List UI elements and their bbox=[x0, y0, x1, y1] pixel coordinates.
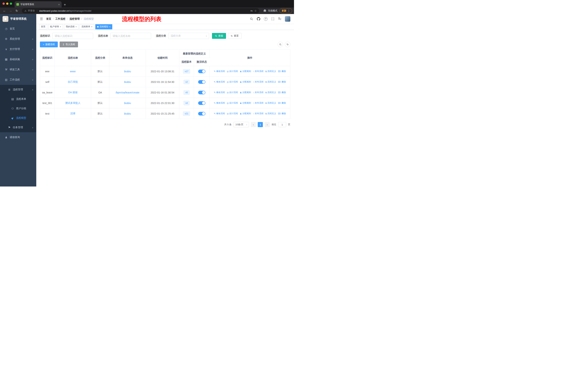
sidebar-item-infrastructure[interactable]: ▦ 基础设施 ∨ bbox=[0, 54, 36, 64]
app-logo[interactable]: 芋道管理系统 bbox=[0, 14, 36, 24]
action-assign-rule[interactable]: ♟分配规则 bbox=[240, 101, 251, 105]
update-button[interactable]: 更新 ⋮ bbox=[280, 8, 292, 13]
goto-page-input[interactable] bbox=[278, 122, 286, 127]
close-icon[interactable]: × bbox=[109, 26, 110, 28]
page-number-button[interactable]: 1 bbox=[258, 122, 263, 127]
sidebar-item-home[interactable]: ◷ 首页 bbox=[0, 24, 36, 34]
refresh-table-button[interactable]: ↻ bbox=[285, 42, 290, 47]
action-design-process[interactable]: ◎设计流程 bbox=[227, 101, 238, 105]
action-publish-process[interactable]: ☝发布流程 bbox=[253, 112, 263, 115]
browser-tab[interactable]: 芋道管理系统 × bbox=[15, 1, 62, 8]
close-icon[interactable]: × bbox=[60, 26, 61, 28]
action-process-definition[interactable]: ⧉流程定义 bbox=[265, 101, 276, 105]
action-assign-rule[interactable]: ♟分配规则 bbox=[240, 112, 251, 115]
action-publish-process[interactable]: ☝发布流程 bbox=[253, 80, 263, 83]
action-process-definition[interactable]: ⧉流程定义 bbox=[265, 91, 276, 94]
process-name-link[interactable]: OA 请假 bbox=[68, 91, 77, 94]
tag-process-model[interactable]: 流程模型 × bbox=[95, 24, 112, 29]
action-design-process[interactable]: ◎设计流程 bbox=[227, 70, 238, 73]
form-info-link[interactable]: biubiu bbox=[124, 102, 131, 105]
forward-icon[interactable]: → bbox=[8, 8, 13, 13]
action-edit-process[interactable]: ✎修改流程 bbox=[214, 91, 225, 94]
page-size-select[interactable]: 10条/页 ∨ bbox=[233, 122, 249, 127]
new-tab-button[interactable]: + bbox=[64, 3, 66, 7]
sidebar-item-process-form[interactable]: ▤ 流程表单 bbox=[0, 94, 36, 104]
key-icon[interactable] bbox=[250, 10, 253, 12]
prev-page-button[interactable]: ‹ bbox=[251, 122, 256, 127]
tag-home[interactable]: 首页 bbox=[39, 24, 47, 29]
process-name-link[interactable]: 自己审批 bbox=[68, 80, 78, 83]
action-edit-process[interactable]: ✎修改流程 bbox=[214, 70, 225, 73]
breadcrumb-item[interactable]: 首页 bbox=[46, 17, 51, 20]
process-key-input[interactable] bbox=[52, 33, 93, 39]
url-bar[interactable]: ⚠ 不安全 dashboard.yudao.iocoder.cn/bpm/man… bbox=[22, 8, 259, 13]
font-size-icon[interactable]: TT bbox=[278, 17, 281, 20]
action-publish-process[interactable]: ☝发布流程 bbox=[253, 101, 263, 105]
sidebar-item-task-management[interactable]: ⚑ 任务管理 ∨ bbox=[0, 123, 36, 132]
action-edit-process[interactable]: ✎修改流程 bbox=[214, 112, 225, 115]
action-design-process[interactable]: ◎设计流程 bbox=[227, 80, 238, 83]
action-process-definition[interactable]: ⧉流程定义 bbox=[265, 70, 276, 73]
action-edit-process[interactable]: ✎修改流程 bbox=[214, 101, 225, 105]
form-info-link[interactable]: biubiu bbox=[124, 81, 131, 83]
search-icon[interactable] bbox=[250, 17, 253, 20]
back-icon[interactable]: ← bbox=[2, 8, 7, 13]
reset-button[interactable]: ↻ 重置 bbox=[228, 33, 242, 39]
sidebar-item-process-model[interactable]: ▶ 流程模型 bbox=[0, 113, 36, 123]
action-design-process[interactable]: ◎设计流程 bbox=[227, 91, 238, 94]
process-name-link[interactable]: 测试多审批人 bbox=[65, 101, 81, 104]
process-name-input[interactable] bbox=[110, 33, 151, 39]
close-window-button[interactable] bbox=[2, 2, 5, 5]
search-button[interactable]: 搜索 bbox=[212, 33, 226, 39]
action-edit-process[interactable]: ✎修改流程 bbox=[214, 80, 225, 83]
close-icon[interactable]: × bbox=[75, 26, 77, 28]
user-avatar[interactable] bbox=[285, 16, 290, 22]
action-delete-process[interactable]: ⌦删除 bbox=[278, 112, 286, 115]
sidebar-item-process-management[interactable]: ≣ 流程管理 ∧ bbox=[0, 85, 36, 94]
sidebar-item-user-group[interactable]: ⚇ 用户分组 bbox=[0, 104, 36, 113]
tab-close-icon[interactable]: × bbox=[58, 3, 60, 6]
reload-icon[interactable]: ↻ bbox=[14, 8, 19, 13]
browser-menu-icon[interactable]: ⋮ bbox=[287, 9, 290, 12]
toggle-search-button[interactable] bbox=[278, 42, 283, 47]
active-toggle[interactable] bbox=[198, 91, 205, 94]
sidebar-item-payment-management[interactable]: ¥ 支付管理 ∨ bbox=[0, 44, 36, 54]
close-icon[interactable]: × bbox=[91, 26, 92, 28]
active-toggle[interactable] bbox=[198, 112, 205, 115]
sidebar-item-workflow[interactable]: ▥ 工作流程 ∧ bbox=[0, 75, 36, 85]
action-delete-process[interactable]: ⌦删除 bbox=[278, 91, 286, 94]
process-name-link[interactable]: eeee bbox=[70, 70, 76, 73]
action-delete-process[interactable]: ⌦删除 bbox=[278, 70, 286, 73]
action-delete-process[interactable]: ⌦删除 bbox=[278, 80, 286, 83]
fullscreen-icon[interactable] bbox=[271, 17, 274, 20]
form-info-link[interactable]: /bpm/oa/leave/create bbox=[116, 91, 139, 94]
sidebar-item-system-management[interactable]: ⚙ 系统管理 ∨ bbox=[0, 34, 36, 44]
form-info-link[interactable]: biubiu bbox=[124, 112, 131, 115]
action-delete-process[interactable]: ⌦删除 bbox=[278, 101, 286, 105]
breadcrumb-item[interactable]: 工作流程 bbox=[55, 17, 65, 20]
minimize-window-button[interactable] bbox=[6, 2, 8, 5]
action-publish-process[interactable]: ☝发布流程 bbox=[253, 70, 263, 73]
action-design-process[interactable]: ◎设计流程 bbox=[227, 112, 238, 115]
create-process-button[interactable]: + 新建流程 bbox=[40, 41, 58, 47]
active-toggle[interactable] bbox=[198, 80, 205, 84]
action-assign-rule[interactable]: ♟分配规则 bbox=[240, 91, 251, 94]
action-publish-process[interactable]: ☝发布流程 bbox=[253, 91, 263, 94]
tag-tenant-management[interactable]: 租户管理 × bbox=[48, 24, 63, 29]
action-assign-rule[interactable]: ♟分配规则 bbox=[240, 70, 251, 73]
help-icon[interactable]: ? bbox=[264, 17, 268, 21]
bookmark-star-icon[interactable]: ☆ bbox=[254, 9, 257, 12]
action-assign-rule[interactable]: ♟分配规则 bbox=[240, 80, 251, 83]
process-name-link[interactable]: 滔博 bbox=[70, 112, 75, 115]
github-icon[interactable] bbox=[257, 17, 260, 20]
import-process-button[interactable]: ↥ 导入流程 bbox=[60, 41, 78, 47]
active-toggle[interactable] bbox=[198, 70, 205, 73]
zoom-window-button[interactable] bbox=[10, 2, 12, 5]
tag-my-process[interactable]: 我的流程 × bbox=[64, 24, 79, 29]
hamburger-icon[interactable]: ☰ bbox=[40, 17, 43, 21]
form-info-link[interactable]: biubiu bbox=[124, 70, 131, 73]
tag-process-form[interactable]: 流程表单 × bbox=[80, 24, 94, 29]
action-process-definition[interactable]: ⧉流程定义 bbox=[265, 80, 276, 83]
next-page-button[interactable]: › bbox=[265, 122, 270, 127]
sidebar-item-leave-query[interactable]: ♟ 请假查询 bbox=[0, 132, 36, 142]
